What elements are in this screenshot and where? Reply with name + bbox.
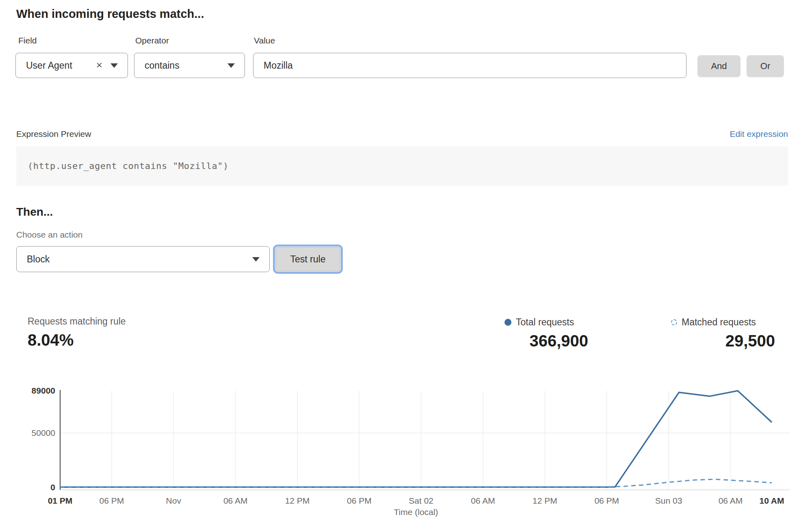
clear-field-icon[interactable]: × [96, 60, 102, 70]
expression-preview-label: Expression Preview [16, 129, 91, 139]
x-tick-label: 06 PM [347, 496, 372, 505]
requests-time-series-chart[interactable]: 0500008900001 PM06 PMNov06 AM12 PM06 PMS… [0, 378, 812, 526]
y-tick-label: 0 [50, 483, 55, 492]
chevron-down-icon [252, 257, 260, 262]
action-select-value: Block [17, 254, 50, 265]
matched-requests-value: 29,500 [671, 332, 775, 350]
x-tick-label: 10 AM [759, 496, 784, 505]
page-title: When incoming requests match... [16, 7, 204, 21]
x-tick-label: 06 AM [223, 496, 248, 505]
requests-matching-value: 8.04% [28, 331, 126, 349]
x-tick-label: Nov [166, 496, 182, 505]
choose-action-label: Choose an action [16, 230, 82, 240]
requests-matching-stat: Requests matching rule 8.04% [28, 316, 126, 349]
x-tick-label: 06 PM [594, 496, 619, 505]
matched-requests-stat: Matched requests 29,500 [671, 317, 775, 350]
total-requests-legend-icon [505, 319, 511, 326]
field-select-value: User Agent [16, 60, 72, 71]
y-tick-label: 50000 [32, 428, 55, 437]
chevron-down-icon [110, 63, 118, 68]
total-requests-stat: Total requests 366,900 [505, 317, 588, 350]
chevron-down-icon [227, 63, 235, 68]
then-heading: Then... [16, 206, 53, 219]
x-tick-label: Sat 02 [409, 496, 433, 505]
expression-preview-box: (http.user_agent contains "Mozilla") [16, 146, 788, 186]
action-select[interactable]: Block [16, 246, 270, 272]
series-line-dashed [60, 479, 772, 487]
x-tick-label: 12 PM [285, 496, 310, 505]
and-button[interactable]: And [697, 55, 741, 77]
matched-requests-legend-icon [671, 319, 677, 325]
field-select[interactable]: User Agent × [15, 53, 128, 78]
x-tick-label: 06 AM [719, 496, 743, 505]
total-requests-value: 366,900 [505, 332, 588, 350]
operator-label: Operator [135, 36, 169, 45]
value-label: Value [254, 36, 275, 45]
operator-select[interactable]: contains [134, 53, 245, 78]
field-label: Field [18, 36, 37, 45]
x-tick-label: Sun 03 [655, 496, 682, 505]
x-tick-label: 12 PM [533, 496, 557, 505]
total-requests-label: Total requests [516, 317, 574, 328]
x-tick-label: 01 PM [48, 496, 73, 505]
value-input[interactable] [253, 53, 686, 78]
x-tick-label: 06 PM [100, 496, 124, 505]
test-rule-button[interactable]: Test rule [275, 247, 340, 271]
operator-select-value: contains [134, 60, 180, 71]
edit-expression-link[interactable]: Edit expression [730, 129, 788, 139]
series-line-solid [60, 391, 772, 487]
requests-matching-label: Requests matching rule [28, 316, 126, 327]
expression-code: (http.user_agent contains "Mozilla") [16, 161, 229, 171]
x-axis-title: Time (local) [394, 507, 438, 517]
matched-requests-label: Matched requests [682, 317, 756, 328]
x-tick-label: 06 AM [471, 496, 495, 505]
or-button[interactable]: Or [747, 55, 784, 77]
y-tick-label: 89000 [32, 386, 55, 395]
